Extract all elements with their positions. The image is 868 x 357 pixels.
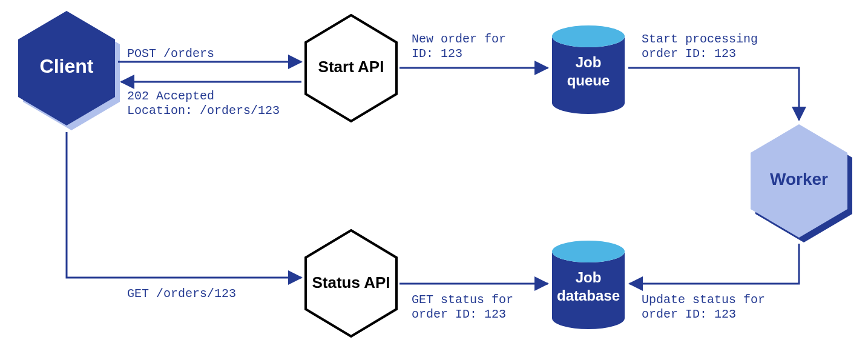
label-start-processing-2: order ID: 123: [642, 47, 736, 61]
job-queue-node: Job queue: [552, 25, 625, 114]
label-202-accepted: 202 Accepted: [127, 89, 214, 103]
label-new-order-1: New order for: [412, 32, 506, 46]
label-start-processing-1: Start processing: [642, 32, 758, 46]
status-api-label: Status API: [312, 273, 390, 292]
architecture-diagram: Client Start API Status API Job queue Jo…: [0, 0, 868, 357]
arrow-client-to-status: [67, 132, 301, 278]
label-get-orders: GET /orders/123: [127, 287, 236, 301]
job-database-label-2: database: [557, 287, 620, 304]
label-update-status-1: Update status for: [642, 293, 765, 307]
label-post-orders: POST /orders: [127, 47, 214, 61]
arrow-queue-to-worker: [628, 68, 799, 120]
label-location-header: Location: /orders/123: [127, 104, 280, 118]
worker-label: Worker: [770, 170, 828, 189]
client-node: Client: [18, 11, 120, 130]
client-label: Client: [40, 55, 94, 77]
job-queue-label-1: Job: [576, 54, 602, 70]
status-api-node: Status API: [306, 230, 396, 336]
label-update-status-2: order ID: 123: [642, 307, 736, 321]
start-api-node: Start API: [306, 15, 396, 121]
arrow-worker-to-db: [630, 244, 799, 284]
svg-point-5: [552, 241, 625, 262]
svg-point-4: [552, 25, 625, 47]
label-get-status-2: order ID: 123: [412, 307, 506, 321]
label-get-status-1: GET status for: [412, 293, 513, 307]
job-queue-label-2: queue: [567, 72, 610, 88]
start-api-label: Start API: [318, 58, 384, 76]
label-new-order-2: ID: 123: [412, 47, 462, 61]
worker-node: Worker: [751, 124, 852, 242]
job-database-node: Job database: [552, 241, 625, 329]
job-database-label-1: Job: [576, 269, 602, 285]
